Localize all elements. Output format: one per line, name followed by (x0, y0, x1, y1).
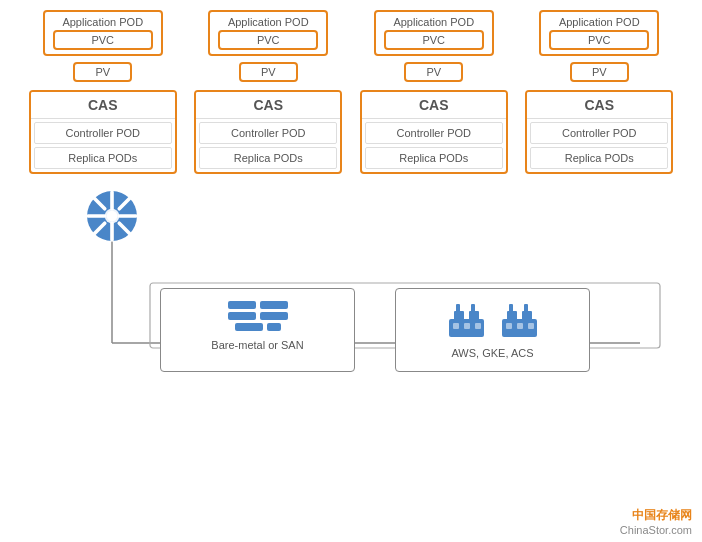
app-pod-box-3: Application POD PVC (374, 10, 494, 56)
cloud-label: AWS, GKE, ACS (412, 347, 573, 359)
diagram-container: Application POD PVC PV Application POD P… (0, 0, 702, 542)
pvc-2: PVC (218, 30, 318, 50)
svg-rect-20 (471, 304, 475, 313)
cloud-icons (412, 301, 573, 339)
bottom-section: Bare-metal or SAN (20, 188, 700, 363)
controller-pod-4: Controller POD (530, 122, 668, 144)
svg-rect-23 (475, 323, 481, 329)
pv-3: PV (404, 62, 463, 82)
bare-metal-icon (177, 301, 338, 331)
replica-pods-4: Replica PODs (530, 147, 668, 169)
cas-group-4: CAS Controller POD Replica PODs (525, 90, 673, 174)
app-pod-group-3: Application POD PVC PV (374, 10, 494, 82)
app-pod-group-4: Application POD PVC PV (539, 10, 659, 82)
pv-1: PV (73, 62, 132, 82)
replica-pods-3: Replica PODs (365, 147, 503, 169)
controller-pod-3: Controller POD (365, 122, 503, 144)
app-pod-title-4: Application POD (549, 16, 649, 28)
pv-4: PV (570, 62, 629, 82)
cloud-icon-1 (444, 301, 489, 339)
storage-row: Bare-metal or SAN (160, 288, 590, 372)
pvc-4: PVC (549, 30, 649, 50)
controller-pod-2: Controller POD (199, 122, 337, 144)
app-pod-title-2: Application POD (218, 16, 318, 28)
svg-rect-27 (509, 304, 513, 313)
replica-pods-2: Replica PODs (199, 147, 337, 169)
svg-rect-29 (506, 323, 512, 329)
pvc-3: PVC (384, 30, 484, 50)
app-pod-box-4: Application POD PVC (539, 10, 659, 56)
svg-rect-31 (528, 323, 534, 329)
svg-rect-21 (453, 323, 459, 329)
svg-rect-22 (464, 323, 470, 329)
app-pod-box-2: Application POD PVC (208, 10, 328, 56)
bare-metal-label: Bare-metal or SAN (177, 339, 338, 351)
cas-title-4: CAS (527, 92, 671, 119)
svg-rect-30 (517, 323, 523, 329)
kubernetes-icon-wrap (86, 190, 138, 242)
cas-group-1: CAS Controller POD Replica PODs (29, 90, 177, 174)
middle-row: CAS Controller POD Replica PODs CAS Cont… (10, 90, 692, 174)
app-pod-box-1: Application POD PVC (43, 10, 163, 56)
cloud-icon-2 (497, 301, 542, 339)
app-pod-group-1: Application POD PVC PV (43, 10, 163, 82)
svg-point-15 (107, 211, 117, 221)
cas-title-1: CAS (31, 92, 175, 119)
watermark-url: ChinaStor.com (620, 524, 692, 536)
app-pod-group-2: Application POD PVC PV (208, 10, 328, 82)
controller-pod-1: Controller POD (34, 122, 172, 144)
kubernetes-icon (86, 190, 138, 242)
cas-title-2: CAS (196, 92, 340, 119)
pvc-1: PVC (53, 30, 153, 50)
cas-group-2: CAS Controller POD Replica PODs (194, 90, 342, 174)
watermark: 中国存储网 ChinaStor.com (620, 507, 692, 536)
top-row: Application POD PVC PV Application POD P… (10, 10, 692, 82)
app-pod-title-3: Application POD (384, 16, 484, 28)
replica-pods-1: Replica PODs (34, 147, 172, 169)
app-pod-title-1: Application POD (53, 16, 153, 28)
svg-rect-19 (456, 304, 460, 313)
pv-2: PV (239, 62, 298, 82)
cloud-box: AWS, GKE, ACS (395, 288, 590, 372)
svg-rect-28 (524, 304, 528, 313)
watermark-chinese: 中国存储网 (620, 507, 692, 524)
bare-metal-box: Bare-metal or SAN (160, 288, 355, 372)
cas-title-3: CAS (362, 92, 506, 119)
cas-group-3: CAS Controller POD Replica PODs (360, 90, 508, 174)
